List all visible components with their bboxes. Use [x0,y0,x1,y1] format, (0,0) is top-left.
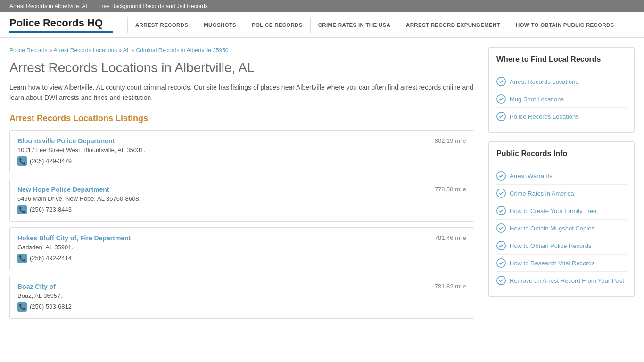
card-distance: 781.46 mile [435,234,466,241]
sidebar-link-arrest-warrants[interactable]: Arrest Warrants [496,167,627,185]
page-title: Arrest Records Locations in Albertville,… [9,60,474,75]
sidebar-link-remove-arrest[interactable]: Remove an Arrest Record From Your Past [496,272,627,289]
card-name[interactable]: New Hope Police Department [17,186,109,193]
link-label[interactable]: Crime Rates in America [510,190,574,197]
breadcrumb-al[interactable]: AL [123,47,130,54]
check-circle-icon [496,206,506,215]
nav-arrest-records[interactable]: ARREST RECORDS [127,17,196,33]
check-circle-icon [496,258,506,268]
site-logo[interactable]: Police Records HQ [9,17,113,33]
card-name[interactable]: Blountsville Police Department [17,137,115,145]
card-address: Boaz, AL 35957. [17,292,466,299]
sidebar-link-police-locations[interactable]: Police Records Locations [496,108,627,125]
check-circle-icon [496,77,506,86]
sidebar-link-police-records[interactable]: How to Obtain Police Records [496,237,627,255]
topbar-link2[interactable]: Free Background Records and Jail Records [98,3,208,9]
breadcrumb-arrest-locations[interactable]: Arrest Records Locations [53,47,117,54]
check-circle-icon [496,189,506,198]
phone-icon: 📞 [17,302,27,312]
sidebar-public-records-title: Public Records Info [496,149,627,162]
nav-expungement[interactable]: ARREST RECORD EXPUNGEMENT [398,17,508,33]
nav-obtain-records[interactable]: HOW TO OBTAIN PUBLIC RECORDS [508,17,622,33]
link-label[interactable]: Remove an Arrest Record From Your Past [510,277,624,284]
sidebar-link-mugshot-copies[interactable]: How to Obtain Mugshot Copies [496,220,627,237]
sidebar-link-crime-rates[interactable]: Crime Rates in America [496,185,627,202]
card-header-row: Blountsville Police Department 802.19 mi… [17,137,466,145]
location-card: Hokes Bluff City of, Fire Department 781… [9,227,474,270]
main-nav: ARREST RECORDS MUGSHOTS POLICE RECORDS C… [127,17,635,33]
phone-icon: 📞 [17,156,27,166]
phone-number: (205) 429-3479 [30,157,72,165]
nav-mugshots[interactable]: MUGSHOTS [196,17,244,33]
link-label[interactable]: Arrest Records Locations [510,78,578,85]
card-address: 5496 Main Drive, New Hope, AL 35760-8608… [17,195,466,202]
location-card: Blountsville Police Department 802.19 mi… [9,130,474,173]
sidebar: Where to Find Local Records Arrest Recor… [488,47,635,324]
link-label[interactable]: How to Research Vital Records [510,260,594,267]
phone-number: (256) 492-2414 [30,255,72,262]
card-address: 10017 Lee Street West, Blountsville, AL … [17,147,466,154]
check-circle-icon [496,241,506,250]
link-label[interactable]: How to Obtain Mugshot Copies [510,225,594,232]
page-container: Police Records » Arrest Records Location… [0,38,644,334]
card-header-row: Boaz City of 781.82 mile [17,283,466,290]
breadcrumb: Police Records » Arrest Records Location… [9,47,474,54]
check-circle-icon [496,223,506,233]
phone-number: (256) 723-8443 [30,206,72,213]
nav-police-records[interactable]: POLICE RECORDS [244,17,311,33]
phone-number: (256) 593-6812 [30,303,72,310]
card-phone: 📞 (205) 429-3479 [17,156,466,166]
sidebar-link-vital-records[interactable]: How to Research Vital Records [496,255,627,272]
sidebar-link-family-tree[interactable]: How to Create Your Family Tree [496,202,627,220]
breadcrumb-police-records[interactable]: Police Records [9,47,48,54]
card-distance: 781.82 mile [435,283,466,290]
main-content: Police Records » Arrest Records Location… [9,47,474,324]
link-label[interactable]: How to Obtain Police Records [510,242,591,249]
card-header-row: Hokes Bluff City of, Fire Department 781… [17,234,466,242]
check-circle-icon [496,171,506,181]
breadcrumb-criminal-records[interactable]: Criminal Records in Albertville 35950 [136,47,228,54]
link-label[interactable]: Arrest Warrants [510,173,553,180]
phone-icon: 📞 [17,205,27,214]
card-name[interactable]: Boaz City of [17,283,56,290]
card-phone: 📞 (256) 492-2414 [17,254,466,263]
card-distance: 802.19 mile [435,137,466,144]
locations-list: Blountsville Police Department 802.19 mi… [9,130,474,319]
phone-icon: 📞 [17,254,27,263]
header: Police Records HQ ARREST RECORDS MUGSHOT… [0,12,644,38]
card-phone: 📞 (256) 593-6812 [17,302,466,312]
card-header-row: New Hope Police Department 778.58 mile [17,186,466,193]
topbar-link1[interactable]: Arrest Records in Albertville, AL [9,3,89,9]
link-label[interactable]: How to Create Your Family Tree [510,207,596,214]
check-circle-icon [496,94,506,104]
check-circle-icon [496,276,506,285]
location-card: New Hope Police Department 778.58 mile 5… [9,179,474,222]
card-address: Gadsden, AL 35901. [17,244,466,251]
check-circle-icon [496,112,506,121]
sidebar-public-records-box: Public Records Info Arrest Warrants Crim… [488,141,635,297]
sidebar-local-records-title: Where to Find Local Records [496,55,627,67]
listings-heading: Arrest Records Locations Listings [9,114,474,123]
sidebar-link-mug-shot[interactable]: Mug Shot Locations [496,90,627,108]
link-label[interactable]: Mug Shot Locations [510,96,564,103]
card-name[interactable]: Hokes Bluff City of, Fire Department [17,234,131,242]
sidebar-local-records-box: Where to Find Local Records Arrest Recor… [488,47,635,133]
intro-text: Learn how to view Albertville, AL county… [9,82,474,103]
nav-crime-rates[interactable]: CRIME RATES IN THE USA [311,17,398,33]
sidebar-link-arrest-locations[interactable]: Arrest Records Locations [496,73,627,90]
link-label[interactable]: Police Records Locations [510,113,579,120]
location-card: Boaz City of 781.82 mile Boaz, AL 35957.… [9,276,474,319]
card-phone: 📞 (256) 723-8443 [17,205,466,214]
card-distance: 778.58 mile [435,186,466,193]
top-bar: Arrest Records in Albertville, AL Free B… [0,0,644,12]
